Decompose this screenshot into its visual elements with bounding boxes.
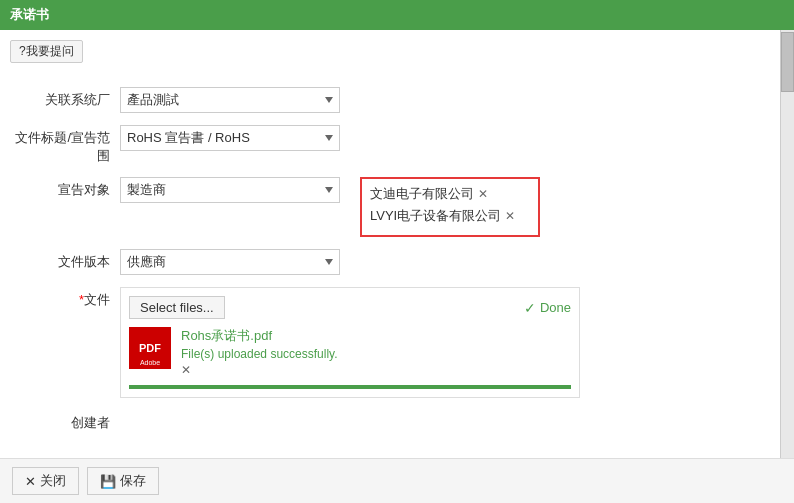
label-title: 文件标题/宣告范围: [10, 125, 120, 165]
save-button[interactable]: 💾 保存: [87, 467, 159, 495]
tag-label: LVYI电子设备有限公司: [370, 207, 501, 225]
control-title: RoHS 宣告書 / RoHS: [120, 125, 764, 151]
field-creator: 创建者: [10, 410, 764, 432]
pdf-text: PDF: [139, 342, 161, 354]
select-files-button[interactable]: Select files...: [129, 296, 225, 319]
content-area: ?我要提问 关联系统厂 產品測試 文件标题/宣告范围 RoHS 宣告書 / Ro…: [0, 30, 794, 458]
field-target: 宣告对象 製造商 文迪电子有限公司 ✕ LVYI电子设备有限公司 ✕: [10, 177, 764, 237]
pdf-icon: PDF Adobe: [129, 327, 171, 369]
file-header: Select files... ✓ Done: [129, 296, 571, 319]
label-creator: 创建者: [10, 410, 120, 432]
label-file: *文件: [10, 287, 120, 309]
bottom-bar: ✕ 关闭 💾 保存: [0, 458, 794, 503]
close-icon: ✕: [25, 474, 36, 489]
check-icon: ✓: [524, 300, 536, 316]
main-panel: ?我要提问 关联系统厂 產品測試 文件标题/宣告范围 RoHS 宣告書 / Ro…: [0, 30, 780, 458]
tag-remove-btn[interactable]: ✕: [505, 209, 515, 223]
tag-label: 文迪电子有限公司: [370, 185, 474, 203]
file-item: PDF Adobe Rohs承诺书.pdf File(s) uploaded s…: [129, 327, 571, 377]
select-title[interactable]: RoHS 宣告書 / RoHS: [120, 125, 340, 151]
pdf-icon-wrapper: PDF Adobe: [129, 327, 171, 369]
done-label: ✓ Done: [524, 300, 571, 316]
adobe-label: Adobe: [131, 358, 169, 367]
label-version: 文件版本: [10, 249, 120, 271]
field-file: *文件 Select files... ✓ Done: [10, 287, 764, 398]
label-target: 宣告对象: [10, 177, 120, 199]
field-title: 文件标题/宣告范围 RoHS 宣告書 / RoHS: [10, 125, 764, 165]
file-section: Select files... ✓ Done PDF Adobe: [120, 287, 580, 398]
chevron-down-icon: [325, 259, 333, 265]
chevron-down-icon: [325, 187, 333, 193]
select-target[interactable]: 製造商: [120, 177, 340, 203]
control-system: 產品測試: [120, 87, 764, 113]
tags-box: 文迪电子有限公司 ✕ LVYI电子设备有限公司 ✕: [360, 177, 540, 237]
title-bar: 承诺书: [0, 0, 794, 30]
file-name: Rohs承诺书.pdf: [181, 327, 571, 345]
field-version: 文件版本 供應商: [10, 249, 764, 275]
scrollbar[interactable]: [780, 30, 794, 458]
control-target: 製造商 文迪电子有限公司 ✕ LVYI电子设备有限公司 ✕: [120, 177, 764, 237]
field-system: 关联系统厂 產品測試: [10, 87, 764, 113]
control-file: Select files... ✓ Done PDF Adobe: [120, 287, 764, 398]
control-version: 供應商: [120, 249, 764, 275]
save-icon: 💾: [100, 474, 116, 489]
close-button[interactable]: ✕ 关闭: [12, 467, 79, 495]
select-system[interactable]: 產品測試: [120, 87, 340, 113]
select-version[interactable]: 供應商: [120, 249, 340, 275]
window-title: 承诺书: [10, 7, 49, 22]
label-system: 关联系统厂: [10, 87, 120, 109]
file-info: Rohs承诺书.pdf File(s) uploaded successfull…: [181, 327, 571, 377]
chevron-down-icon: [325, 135, 333, 141]
help-button[interactable]: ?我要提问: [10, 40, 83, 63]
window: 承诺书 ?我要提问 关联系统厂 產品測試 文件标题/宣告范围: [0, 0, 794, 503]
file-status: File(s) uploaded successfully.: [181, 347, 571, 361]
tag-item: LVYI电子设备有限公司 ✕: [370, 207, 530, 225]
scrollbar-thumb[interactable]: [781, 32, 794, 92]
tag-item: 文迪电子有限公司 ✕: [370, 185, 530, 203]
tag-remove-btn[interactable]: ✕: [478, 187, 488, 201]
chevron-down-icon: [325, 97, 333, 103]
file-remove-btn[interactable]: ✕: [181, 363, 571, 377]
upload-progress-bar: [129, 385, 571, 389]
